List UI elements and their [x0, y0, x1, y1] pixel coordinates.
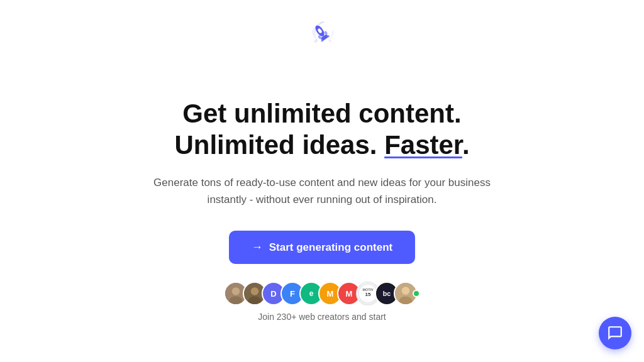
headline-period: . [462, 130, 470, 160]
headline-faster: Faster [384, 130, 462, 160]
chat-button[interactable] [599, 317, 631, 349]
subtitle: Generate tons of ready-to-use content an… [153, 174, 491, 208]
svg-point-19 [402, 287, 410, 295]
svg-text:bc: bc [383, 290, 391, 297]
svg-text:MOTIV: MOTIV [362, 288, 373, 292]
headline-prefix: Unlimited ideas. [174, 130, 384, 160]
logo-area [307, 18, 337, 48]
headline-line2: Unlimited ideas. Faster. [174, 129, 469, 161]
arrow-icon: → [252, 241, 263, 254]
cta-label: Start generating content [269, 241, 392, 254]
svg-point-11 [251, 287, 259, 295]
join-text: Join 230+ web creators and start [258, 312, 386, 322]
svg-point-8 [232, 287, 240, 295]
headline-line1: Get unlimited content. [182, 98, 461, 129]
chat-icon [607, 325, 623, 341]
rocket-icon [307, 18, 337, 48]
hero-section: Get unlimited content. Unlimited ideas. … [153, 98, 491, 322]
avatars-row: D F e M M 15 MOTIV bc [224, 282, 420, 305]
svg-text:15: 15 [365, 292, 371, 298]
cta-button[interactable]: → Start generating content [229, 231, 415, 264]
online-indicator [413, 290, 420, 297]
